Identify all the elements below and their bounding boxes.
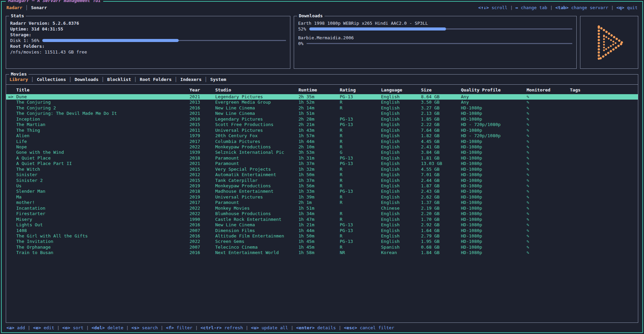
table-row[interactable]: A Quiet Place2018Paramount1h 31mPG-13Eng…: [6, 155, 638, 161]
cell-rating: R: [340, 167, 381, 172]
table-row[interactable]: 14082007Dimension Films1h 44mPG-13Englis…: [6, 228, 638, 233]
cell-rating: R: [340, 211, 381, 216]
table-row[interactable]: Alien197920th Century Fox1h 57mREnglish1…: [6, 133, 638, 139]
table-row[interactable]: Incantation2022Monkey Movies1h 51mChines…: [6, 206, 638, 211]
gauge-fill: [42, 39, 179, 42]
tab-system[interactable]: System: [210, 77, 226, 82]
column-header-runtime: Runtime: [298, 87, 340, 92]
cell-year: 2022: [190, 239, 215, 244]
table-row[interactable]: The Thing2011Universal Pictures1h 43mREn…: [6, 128, 638, 133]
help-separator: |: [28, 325, 30, 330]
cell-language: English: [381, 144, 421, 150]
table-row[interactable]: Inception2010Legendary Pictures2h 28mPG-…: [6, 117, 638, 122]
help-key: <↑↓>: [478, 5, 489, 10]
table-row[interactable]: =>Dune2021Legendary Pictures2h 35mPG-13E…: [6, 94, 638, 100]
table-row[interactable]: Ma2019Universal Pictures1h 39mREnglish2.…: [6, 194, 638, 200]
monitored-icon: ✎: [527, 128, 570, 133]
servarr-tab-sonarr[interactable]: Sonarr: [31, 5, 47, 10]
logo-panel: [580, 16, 638, 69]
tab-root-folders[interactable]: Root Folders: [140, 77, 172, 82]
cell-quality-profile: HD-1080p: [461, 228, 527, 233]
cell-quality-profile: HD-1080p: [461, 105, 527, 111]
cell-studio: Scott Free Productions: [215, 122, 298, 127]
table-row[interactable]: Nope2022Monkeypaw Productions2h 10mREngl…: [6, 144, 638, 150]
cell-quality-profile: HD-1080p: [461, 217, 527, 222]
cell-language: English: [381, 139, 421, 144]
table-row[interactable]: Us2019Monkeypaw Productions1h 56mREnglis…: [6, 183, 638, 189]
table-row[interactable]: The Witch2015Very Special Projects1h 32m…: [6, 167, 638, 172]
table-row[interactable]: Train to Busan2016Next Entertainment Wor…: [6, 250, 638, 255]
selection-arrow: =>: [6, 94, 16, 100]
managarr-logo-icon: [590, 22, 629, 64]
disk-usage-gauge: [42, 38, 286, 43]
root-folders-label: Root Folders:: [10, 43, 286, 49]
table-row[interactable]: Lights Out2016New Line Cinema1h 21mPG-13…: [6, 222, 638, 228]
cell-title: Sinister 2: [16, 178, 190, 183]
tab-library[interactable]: Library: [9, 77, 28, 82]
cell-year: 2018: [190, 189, 215, 194]
table-row[interactable]: The Girl with All the Gifts2016Altitude …: [6, 233, 638, 239]
tab-collections[interactable]: Collections: [37, 77, 66, 82]
cell-studio: Madhouse Entertainment: [215, 189, 298, 194]
table-row[interactable]: The Conjuring: The Devil Made Me Do It20…: [6, 111, 638, 116]
table-row[interactable]: mother!2017Paramount2h 1mREnglish1.37 GB…: [6, 200, 638, 205]
cell-language: English: [381, 222, 421, 228]
table-row[interactable]: Misery1990Castle Rock Entertainment1h 47…: [6, 217, 638, 222]
download-name: Earth 1998 1080p WEBRip x265 Hindi AAC2.…: [298, 20, 572, 26]
cell-title: mother!: [16, 200, 190, 205]
column-header-language: Language: [381, 87, 421, 92]
table-row[interactable]: The Conjuring2013Evergreen Media Group1h…: [6, 100, 638, 105]
cell-year: 2010: [190, 117, 215, 122]
window-title: Managarr — A Servarr management TUI: [6, 0, 103, 3]
monitored-icon: ✎: [527, 222, 570, 228]
table-row[interactable]: The Invitation2022Screen Gems1h 45mPG-13…: [6, 239, 638, 244]
cell-runtime: 1h 34m: [298, 211, 340, 216]
tab-separator: │: [175, 77, 177, 82]
table-row[interactable]: A Quiet Place Part II2021Paramount1h 37m…: [6, 161, 638, 166]
cell-runtime: 1h 37m: [298, 178, 340, 183]
cell-studio: Monkey Movies: [215, 206, 298, 211]
cell-quality-profile: HD-1080p: [461, 206, 527, 211]
cell-title: Life: [16, 139, 190, 144]
tab-indexers[interactable]: Indexers: [180, 77, 202, 82]
cell-title: The Invitation: [16, 239, 190, 244]
table-row[interactable]: The Orphanage2007Telecinco Cinema1h 45mR…: [6, 245, 638, 250]
movies-table-body[interactable]: =>Dune2021Legendary Pictures2h 35mPG-13E…: [6, 94, 638, 322]
cell-title: Us: [16, 183, 190, 189]
help-separator: |: [246, 325, 248, 330]
cell-title: Firestarter: [16, 211, 190, 216]
cell-runtime: 1h 37m: [298, 161, 340, 166]
monitored-icon: ✎: [527, 167, 570, 172]
table-row[interactable]: Firestarter2022Blumhouse Productions1h 3…: [6, 211, 638, 216]
cell-language: English: [381, 233, 421, 239]
table-row[interactable]: Sinister 22015Tank Caterpillar1h 37mREng…: [6, 178, 638, 183]
cell-studio: Paramount: [215, 155, 298, 161]
download-percent-label: 0%: [298, 41, 304, 46]
root-folder-free: /nfs/movies: 11511.43 GB free: [10, 49, 286, 55]
table-row[interactable]: Sinister2012Automatik Entertainment1h 50…: [6, 172, 638, 178]
cell-studio: Automatik Entertainment: [215, 172, 298, 178]
table-row[interactable]: The Conjuring 22016New Line Cinema2h 14m…: [6, 105, 638, 111]
table-row[interactable]: Life2017Columbia Pictures1h 44mREnglish4…: [6, 139, 638, 144]
cell-quality-profile: Any: [461, 100, 527, 105]
cell-studio: Blumhouse Productions: [215, 211, 298, 216]
cell-studio: New Line Cinema: [215, 111, 298, 116]
table-row[interactable]: The Martian2015Scott Free Productions2h …: [6, 122, 638, 127]
cell-title: The Conjuring: The Devil Made Me Do It: [16, 111, 190, 116]
monitored-icon: ✎: [527, 183, 570, 189]
cell-runtime: 1h 51m: [298, 111, 340, 116]
servarr-tab-radarr[interactable]: Radarr: [6, 5, 22, 10]
help-key: <a>: [6, 325, 14, 330]
storage-label: Storage:: [10, 32, 286, 38]
cell-title: Slender Man: [16, 189, 190, 194]
help-separator: |: [57, 325, 60, 330]
movies-panel-title: Movies: [9, 71, 28, 77]
column-header-rating: Rating: [340, 87, 381, 92]
cell-year: 2016: [190, 233, 215, 239]
top-help: <↑↓> scroll|↔ change tab|<tab> change se…: [478, 5, 638, 10]
table-row[interactable]: Gone with the Wind1939Selznick Internati…: [6, 150, 638, 155]
tab-blocklist[interactable]: Blocklist: [107, 77, 131, 82]
tab-downloads[interactable]: Downloads: [75, 77, 98, 82]
monitored-icon: ✎: [527, 155, 570, 161]
table-row[interactable]: Slender Man2018Madhouse Entertainment1h …: [6, 189, 638, 194]
